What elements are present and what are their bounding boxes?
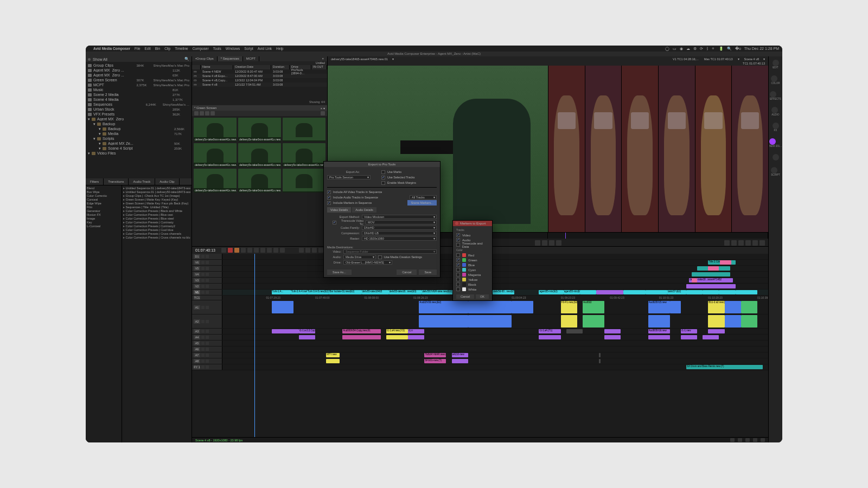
project-folder[interactable]: ▾Scripts <box>86 136 192 141</box>
clip-thumbnail[interactable]: delivery5x-take0xxx-asset41x.new.0 <box>238 118 281 142</box>
timeline-clip[interactable] <box>561 315 577 328</box>
save-button[interactable]: Save <box>419 269 437 275</box>
bin-row[interactable]: ▭Scene 4 NEW12/20/22 8:20:47 AM3:03:08Pr… <box>192 69 327 74</box>
timeline-clip[interactable]: deliv57-(E2) <box>667 290 686 294</box>
show-menu[interactable]: Show All <box>93 57 107 61</box>
status-btn[interactable] <box>753 438 757 442</box>
save-as-button[interactable]: Save As... <box>327 269 352 275</box>
project-bin[interactable]: Group Clips384KShinyNewMac's Mac Pro <box>86 63 192 68</box>
effects-categories[interactable]: BlendBox WipeColor CorrectioConcealEdge … <box>86 185 122 442</box>
timeline-clip[interactable] <box>708 329 724 333</box>
timeline-clip[interactable] <box>604 335 621 339</box>
project-bin[interactable]: Urban Stock285K <box>86 107 192 112</box>
timeline-clip[interactable] <box>692 272 730 277</box>
timeline-clip[interactable] <box>741 301 757 313</box>
timeline-clip[interactable] <box>604 329 621 333</box>
clip-thumbnail[interactable]: delivery5x-take0xxx-asset41x.new.0 <box>238 143 281 167</box>
menu-tools[interactable]: Tools <box>213 47 221 50</box>
timeline-clip[interactable] <box>599 359 601 363</box>
timeline-clip[interactable]: Aud023V15.new <box>648 301 670 313</box>
timeline-clip[interactable]: Aud003V16.new <box>648 329 670 333</box>
timeline-clip[interactable] <box>703 290 719 294</box>
compression-select[interactable]: DNxHD LB <box>362 231 437 235</box>
transport-btn[interactable] <box>752 240 758 246</box>
timeline-clip[interactable]: Turk-1.A... <box>272 290 291 294</box>
timeline-track[interactable]: A4 <box>192 335 768 341</box>
status-btn[interactable] <box>745 438 750 442</box>
col-name[interactable]: Name <box>201 65 233 69</box>
bin-row[interactable]: ▭Scene 4 v8,Copy...12/3/22 12:04:04 PM3:… <box>192 78 327 82</box>
timeline-clip[interactable] <box>681 335 697 339</box>
status-icon[interactable]: ⟳ <box>700 47 703 51</box>
transport-btn[interactable] <box>542 240 547 246</box>
tl-tool[interactable] <box>318 248 323 253</box>
close-icon[interactable]: × ▾ <box>321 106 325 110</box>
tl-tool[interactable] <box>241 248 246 253</box>
fx-preset[interactable]: Sequences | Title: Untitled (Title) <box>123 206 190 209</box>
menu-clip[interactable]: Clip <box>164 47 170 50</box>
tab-video-details[interactable]: Video Details <box>327 207 351 213</box>
timeline-clip[interactable] <box>670 301 681 313</box>
timeline-clip[interactable] <box>599 353 601 357</box>
timeline-clip[interactable] <box>299 335 315 339</box>
timeline-clip[interactable] <box>725 301 741 313</box>
timeline-clip[interactable] <box>719 290 735 294</box>
color-checkbox[interactable] <box>456 282 460 286</box>
timeline-clip[interactable]: MTY.new <box>326 353 340 357</box>
timeline-clip[interactable]: B11-2.a2.new,(E3) <box>708 301 724 313</box>
timeline-clip[interactable]: Bar Isolate-01.new(E2) <box>329 290 361 294</box>
clip-thumbnail[interactable] <box>283 118 326 142</box>
fx-preset[interactable]: Untitled Sequence.01 | delivery50-take18… <box>123 187 190 190</box>
timeline-clip[interactable]: r1-1.new <box>681 329 697 333</box>
fx-preset[interactable]: Color Correction Presets | Cross channel… <box>123 236 190 240</box>
view-btn[interactable] <box>210 111 215 115</box>
timeline-clip[interactable] <box>648 335 670 339</box>
project-tree[interactable]: Group Clips384KShinyNewMac's Mac ProAgen… <box>86 62 192 178</box>
fx-category[interactable]: L-Conceal <box>87 224 120 228</box>
fx-preset[interactable]: Color Correction Presets | Cool blue <box>123 228 190 232</box>
timeline-track[interactable]: FY 1SX Drum and Bass Remix.new.(T) <box>192 364 768 370</box>
transport-btn[interactable] <box>549 240 554 246</box>
timeline-clip[interactable]: deliv56-00...new(E5) <box>493 290 514 294</box>
col-date[interactable]: Creation Date <box>233 65 271 69</box>
fx-category[interactable]: Film <box>87 206 120 209</box>
menu-help[interactable]: Help <box>276 47 283 50</box>
project-folder[interactable]: ▾Backup <box>86 121 192 126</box>
include-markers-checkbox[interactable] <box>327 201 331 205</box>
wifi-icon[interactable]: ᯤ <box>712 47 716 50</box>
fx-category[interactable]: Generator <box>87 209 120 213</box>
timeline-clip[interactable] <box>692 278 697 282</box>
timeline-clip[interactable] <box>468 315 512 328</box>
cancel-button[interactable]: Cancel <box>456 294 474 299</box>
timeline-clip[interactable]: r1-1.a4.new,(Y2) <box>386 329 408 333</box>
timeline-clip[interactable] <box>725 315 741 328</box>
color-checkbox[interactable] <box>456 253 460 257</box>
timeline-clip[interactable] <box>708 266 719 271</box>
menu-edit[interactable]: Edit <box>145 47 151 50</box>
timeline-clip[interactable] <box>452 359 468 363</box>
workspace-tab[interactable] <box>773 60 779 66</box>
project-bin[interactable]: Green Screen307KShinyNewMac's Mac Pro <box>86 78 192 82</box>
timeline-clip[interactable] <box>386 335 408 339</box>
tab-audio-track[interactable]: Audio Track <box>129 178 155 185</box>
timeline-clip[interactable] <box>272 329 299 333</box>
battery-icon[interactable]: 🔋 <box>719 47 724 51</box>
timeline-clip[interactable] <box>623 290 645 294</box>
fx-category[interactable]: Color Correctio <box>87 194 120 198</box>
timeline-clip[interactable]: deliv55-take18...new(E3) <box>389 290 422 294</box>
bin-tab[interactable]: •Group Clips <box>192 56 218 61</box>
timeline-clip[interactable]: F3-F1.new,(E2) <box>561 301 577 313</box>
play-btn[interactable] <box>535 240 540 246</box>
project-bin[interactable]: Sequences6,244KShinyNewMac's ... <box>86 102 192 107</box>
timeline-clip[interactable]: Aud003V34.Copy,new,01 <box>342 329 380 333</box>
status-btn[interactable] <box>730 438 735 442</box>
track-checkbox[interactable] <box>456 233 460 237</box>
timeline-clip[interactable]: agent55-mix(E2) <box>539 290 563 294</box>
status-btn[interactable] <box>761 438 765 442</box>
timeline-clip[interactable]: Turk-2.A-4.new <box>291 290 307 294</box>
transcode-select[interactable]: MOV <box>366 220 437 224</box>
color-checkbox[interactable] <box>456 287 460 291</box>
close-icon[interactable] <box>455 222 458 225</box>
clip-thumbnail[interactable]: delivery5x-take0xxx-asset41x.new.0 <box>194 169 237 192</box>
project-bin[interactable]: VFX Presets362K <box>86 112 192 117</box>
